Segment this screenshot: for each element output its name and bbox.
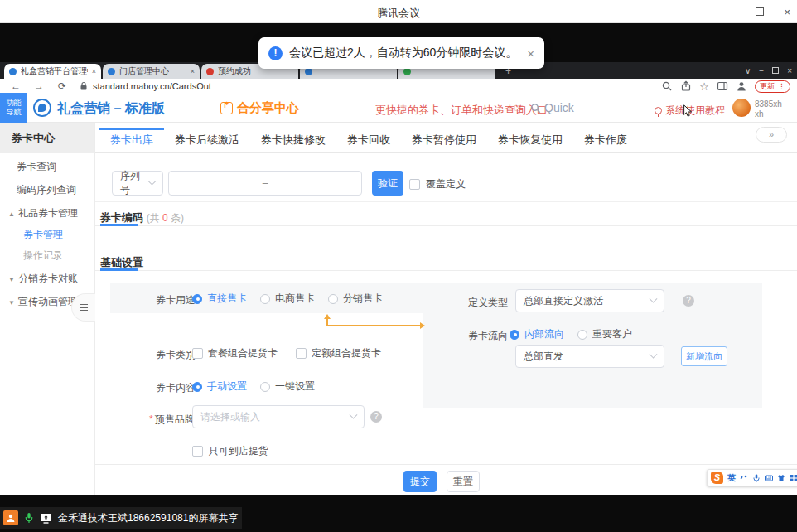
store-only-checkbox-row[interactable]: 只可到店提货 [192,444,268,458]
browser-tab-1[interactable]: 礼盒营销平台管理中心 × [4,64,101,79]
flow-select[interactable]: 总部直发 [515,345,664,368]
browser-close-icon[interactable]: × [787,66,792,75]
function-nav-toggle[interactable]: 功能 导航 [0,93,27,123]
serial-input[interactable] [168,171,362,196]
form-footer: 提交 重置 [95,464,797,495]
help-icon[interactable]: ? [370,411,382,423]
back-icon[interactable]: ← [8,80,23,92]
serial-type-select[interactable]: 序列号 [112,171,163,196]
radio-manual-setup[interactable]: 手动设置 [192,380,247,394]
browser-maximize-icon[interactable] [772,67,779,74]
radio-icon[interactable] [328,294,338,304]
tab-favicon [206,68,214,75]
url-field[interactable]: standard.maboy.cn/CardsOut [80,81,211,91]
radio-icon[interactable] [192,294,202,304]
sidebar-group-distribution-reconcile[interactable]: ▼分销券卡对账 [8,272,78,286]
tab-label: 礼盒营销平台管理中心 [21,65,88,77]
radio-icon[interactable] [192,382,202,392]
browser-minimize-icon[interactable]: − [759,66,764,75]
checkbox-icon[interactable] [296,348,307,359]
radio-direct-sale[interactable]: 直接售卡 [192,292,247,306]
radio-icon[interactable] [510,330,519,340]
side-panel-icon[interactable] [717,80,728,92]
share-center-link[interactable]: 合分享中心 [220,100,299,116]
radio-ecommerce-sale[interactable]: 电商售卡 [260,292,315,306]
minimize-icon[interactable]: − [730,6,737,18]
forward-icon[interactable]: → [31,80,46,92]
radio-icon[interactable] [577,330,587,340]
tab-card-suspend[interactable]: 券卡暂停使用 [401,128,487,153]
radio-important-customer[interactable]: 重要客户 [577,327,632,341]
bookmark-star-icon[interactable]: ☆ [699,81,709,92]
browser-tab-2[interactable]: 门店管理中心 × [103,64,200,79]
ime-toolbar: S 英 [707,469,797,486]
checkbox-fixed-combo-pickup-card[interactable]: 定额组合提货卡 [296,346,381,360]
tab-card-resume[interactable]: 券卡恢复使用 [487,128,573,153]
add-flow-button[interactable]: 新增流向 [681,346,727,366]
def-type-select[interactable]: 总部直接定义激活 [515,289,664,312]
notification-close-icon[interactable]: × [527,46,534,60]
keyboard-icon[interactable] [765,474,773,482]
required-asterisk: * [149,414,153,425]
toolbox-grid-icon[interactable] [790,474,797,482]
close-icon[interactable]: × [784,6,790,18]
screen-share-bar: 金禾通技术王斌18662591081的屏幕共享 [0,507,242,529]
radio-icon[interactable] [260,294,270,304]
tab-label: 预约成功 [218,65,251,77]
radio-icon[interactable] [260,382,270,392]
tab-card-recycle[interactable]: 券卡回收 [336,128,401,153]
mic-active-icon[interactable] [24,512,34,524]
kebab-menu-icon[interactable]: ⋮ [778,82,785,90]
maximize-icon[interactable] [756,7,764,16]
reset-button[interactable]: 重置 [447,471,480,492]
tab-card-void[interactable]: 券卡作废 [573,128,638,153]
checkbox-icon[interactable] [192,348,203,359]
presenter-avatar-icon [3,510,18,525]
browser-window-controls: ∨ − × [745,62,792,79]
sidebar-group-gift-card-mgmt[interactable]: ▲礼品券卡管理 [8,206,78,220]
ime-mode-toggle[interactable]: 英 [727,472,736,484]
zoom-icon[interactable] [661,80,673,92]
tab-favicon [9,68,17,75]
override-checkbox-row[interactable]: 覆盖定义 [409,177,466,191]
checkbox-combo-pickup-card[interactable]: 套餐组合提货卡 [192,346,278,360]
radio-one-click-setup[interactable]: 一键设置 [260,380,315,394]
tab-close-icon[interactable]: × [191,67,195,75]
sidebar-group-promo-animation[interactable]: ▼宣传动画管理 [8,295,78,309]
expand-right-button[interactable]: » [756,127,787,143]
radio-internal-flow[interactable]: 内部流向 [510,327,564,341]
screen-share-icon [40,513,52,524]
skin-icon[interactable] [777,474,785,482]
share-center-label: 合分享中心 [237,100,299,116]
sogou-logo-icon[interactable]: S [711,472,723,484]
checkbox-icon[interactable] [192,446,203,457]
browser-update-button[interactable]: 更新 ⋮ [755,80,790,93]
sidebar-item-card-query[interactable]: 券卡查询 [17,160,56,174]
quick-search[interactable]: Quick [530,101,574,114]
meeting-title: 腾讯会议 [0,6,797,21]
sidebar-item-card-mgmt-active[interactable]: 券卡管理 [23,228,63,242]
help-icon[interactable]: ? [683,295,694,307]
tab-card-later-activate[interactable]: 券卡后续激活 [164,128,250,153]
mic-icon[interactable] [752,474,761,482]
punctuation-icon[interactable] [740,474,748,482]
refresh-icon[interactable]: ⟳ [55,80,70,92]
radio-distribution-sale[interactable]: 分销售卡 [328,292,383,306]
sidebar-item-operation-log[interactable]: 操作记录 [23,249,63,263]
tab-close-icon[interactable]: × [92,67,96,75]
profile-icon[interactable] [736,80,747,92]
tab-card-outbound[interactable]: 券卡出库 [99,128,164,153]
share-bar-text: 金禾通技术王斌18662591081的屏幕共享 [58,511,238,525]
sidebar-collapse-handle[interactable] [71,293,95,322]
avatar[interactable] [732,99,751,117]
brand-title: 礼盒营销 – 标准版 [57,100,165,118]
verify-button[interactable]: 验证 [372,171,403,196]
brand-select[interactable]: 请选择或输入 [192,405,365,428]
tab-card-quick-modify[interactable]: 券卡快捷修改 [250,128,336,153]
chevron-down-icon[interactable]: ∨ [745,66,751,75]
submit-button[interactable]: 提交 [403,471,437,492]
sidebar-item-code-serial-query[interactable]: 编码序列查询 [17,183,76,197]
tab-favicon [108,68,115,75]
checkbox-icon[interactable] [409,179,420,190]
share-icon[interactable] [680,80,692,92]
